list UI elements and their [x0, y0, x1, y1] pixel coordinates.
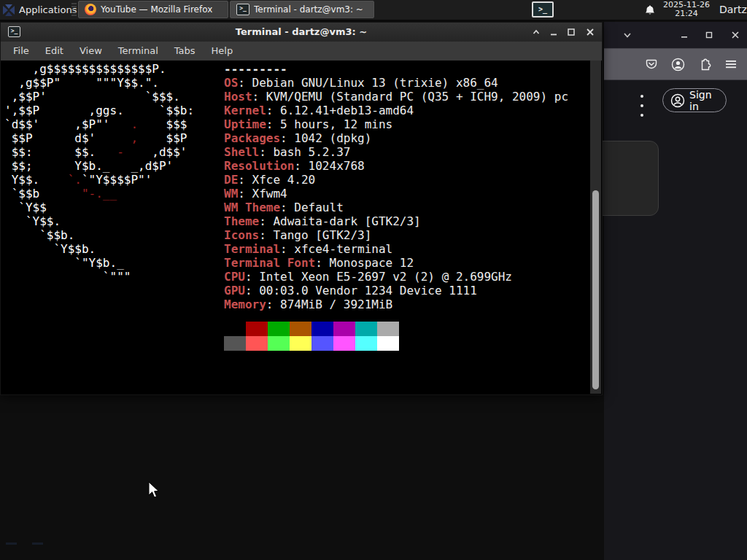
extensions-puzzle-icon[interactable]: [698, 57, 713, 71]
terminal-titlebar[interactable]: >_ Terminal - dartz@vm3: ~: [1, 23, 602, 42]
terminal-menubar: FileEditViewTerminalTabsHelp: [1, 42, 602, 61]
palette-swatch: [311, 336, 333, 351]
neofetch-underline: ---------: [224, 62, 568, 76]
terminal-title: Terminal - dartz@vm3: ~: [1, 23, 602, 42]
ascii-art-line: ,g$$$$$$$$$$$$$$$P.: [4, 62, 194, 76]
neofetch-info-line: DE: Xfce 4.20: [224, 173, 568, 187]
terminal-scrollbar[interactable]: [590, 61, 601, 394]
neofetch-info-line: Shell: bash 5.2.37: [224, 145, 568, 159]
neofetch-info-line: OS: Debian GNU/Linux 13 (trixie) x86_64: [224, 76, 568, 90]
neofetch-info-line: CPU: Intel Xeon E5-2697 v2 (2) @ 2.699GH…: [224, 270, 568, 284]
hamburger-menu-icon[interactable]: [724, 57, 738, 71]
menu-terminal[interactable]: Terminal: [110, 42, 166, 61]
top-panel: Applications YouTube — Mozilla Firefox>_…: [0, 0, 747, 20]
menu-edit[interactable]: Edit: [37, 42, 71, 61]
kebab-menu-icon[interactable]: [640, 95, 644, 117]
menu-file[interactable]: File: [5, 42, 37, 61]
firefox-toolbar: [604, 48, 747, 80]
tray-terminal-icon[interactable]: >_: [532, 1, 554, 18]
ascii-art-line: `$$b "-.__: [4, 187, 194, 201]
ascii-art-line: ,g$$P" """Y$$.".: [4, 76, 194, 90]
taskbar-window-button[interactable]: YouTube — Mozilla Firefox: [78, 1, 228, 18]
neofetch-info-line: Kernel: 6.12.41+deb13-amd64: [224, 104, 568, 117]
applications-menu-button[interactable]: Applications: [0, 0, 81, 20]
sign-in-label: Sign in: [689, 89, 719, 112]
tasklist-handle[interactable]: [71, 3, 77, 17]
ascii-art-line: `d$$' ,$P"' . $$$: [4, 117, 194, 131]
neofetch-info-line: Uptime: 5 hours, 12 mins: [224, 117, 568, 131]
palette-swatch: [333, 322, 355, 336]
firefox-icon: [85, 4, 96, 15]
palette-swatch: [333, 336, 355, 351]
neofetch-info-line: GPU: 00:03.0 Vendor 1234 Device 1111: [224, 284, 568, 298]
neofetch-info-line: Theme: Adwaita-dark [GTK2/3]: [224, 214, 568, 228]
firefox-window: Sign in: [604, 22, 747, 560]
neofetch-info-line: WM: Xfwm4: [224, 187, 568, 201]
ascii-art-line: $$: $$. - ,d$$': [4, 145, 194, 159]
palette-swatch: [290, 322, 311, 336]
applications-menu-icon: [2, 4, 15, 17]
maximize-window-icon[interactable]: [565, 26, 577, 38]
firefox-titlebar: [604, 22, 747, 48]
ascii-art-line: Y$$. `.`"Y$$$$P"': [4, 173, 194, 187]
firefox-minimize-icon[interactable]: [678, 29, 690, 41]
firefox-restore-icon[interactable]: [703, 29, 715, 41]
prompt-user-host: dartz@vm3: [47, 393, 110, 394]
prompt-path: ~: [117, 393, 124, 394]
tab-list-chevron-down-icon[interactable]: [622, 29, 633, 41]
shade-window-icon[interactable]: [530, 26, 542, 38]
desktop-artifact: [32, 542, 43, 545]
minimize-window-icon[interactable]: [548, 26, 560, 38]
neofetch-info-line: Terminal Font: Monospace 12: [224, 256, 568, 270]
firefox-close-icon[interactable]: [729, 29, 741, 41]
ascii-art-line: `Y$$: [4, 201, 194, 214]
desktop-artifact: [6, 542, 17, 545]
menu-view[interactable]: View: [71, 42, 110, 61]
taskbar-window-button[interactable]: >_Terminal - dartz@vm3: ~: [230, 1, 374, 18]
ascii-art-line: `$$b.: [4, 228, 194, 242]
taskbar-window-title: Terminal - dartz@vm3: ~: [254, 4, 363, 15]
neofetch-info-line: Icons: Tango [GTK2/3]: [224, 228, 568, 242]
terminal-icon: >_: [236, 4, 249, 15]
ascii-art-line: `Y$$b.: [4, 242, 194, 256]
neofetch-info-line: Packages: 1042 (dpkg): [224, 131, 568, 145]
shell-prompt: dartz@vm3:~$: [4, 379, 145, 394]
palette-row: [224, 322, 399, 336]
neofetch-info-line: Terminal: xfce4-terminal: [224, 242, 568, 256]
menu-tabs[interactable]: Tabs: [166, 42, 204, 61]
notification-bell-icon[interactable]: [644, 4, 656, 16]
taskbar-window-title: YouTube — Mozilla Firefox: [101, 4, 212, 15]
palette-swatch: [268, 336, 290, 351]
account-icon[interactable]: [670, 57, 685, 71]
ascii-art-line: `Y$$.: [4, 214, 194, 228]
scrollbar-thumb[interactable]: [592, 190, 599, 389]
sign-in-button[interactable]: Sign in: [662, 88, 727, 112]
panel-user-label[interactable]: Dartz: [719, 4, 747, 15]
ascii-art-line: $$; Y$b._ _,d$P': [4, 159, 194, 173]
ascii-art-line: `"Y$b._: [4, 256, 194, 270]
palette-swatch: [377, 336, 399, 351]
palette-swatch: [246, 322, 268, 336]
sign-in-person-icon: [670, 93, 685, 108]
palette-swatch: [224, 336, 246, 351]
neofetch-ascii-art: ,g$$$$$$$$$$$$$$$P. ,g$$P" """Y$$.". ,$$…: [4, 62, 194, 284]
palette-swatch: [224, 322, 246, 336]
pocket-icon[interactable]: [644, 57, 659, 71]
palette-row: [224, 336, 399, 351]
terminal-screen[interactable]: ,g$$$$$$$$$$$$$$$P. ,g$$P" """Y$$.". ,$$…: [1, 61, 601, 394]
panel-clock[interactable]: 2025-11-26 21:24: [659, 1, 714, 18]
palette-swatch: [290, 336, 311, 351]
close-window-icon[interactable]: [584, 26, 596, 38]
ascii-art-line: ',$$P ,ggs. `$$b:: [4, 104, 194, 117]
applications-menu-label: Applications: [19, 4, 77, 15]
palette-swatch: [355, 322, 377, 336]
palette-swatch: [268, 322, 290, 336]
clock-time: 21:24: [659, 9, 714, 18]
menu-help[interactable]: Help: [204, 42, 241, 61]
neofetch-info: ---------OS: Debian GNU/Linux 13 (trixie…: [224, 62, 568, 311]
neofetch-color-palette: [224, 322, 399, 351]
ascii-art-line: $$P d$' , $$P: [4, 131, 194, 145]
neofetch-info-line: Resolution: 747x560: [224, 159, 568, 173]
neofetch-info-line: Host: KVM/QEMU (Standard PC (Q35 + ICH9,…: [224, 90, 568, 104]
content-card[interactable]: [594, 141, 659, 216]
